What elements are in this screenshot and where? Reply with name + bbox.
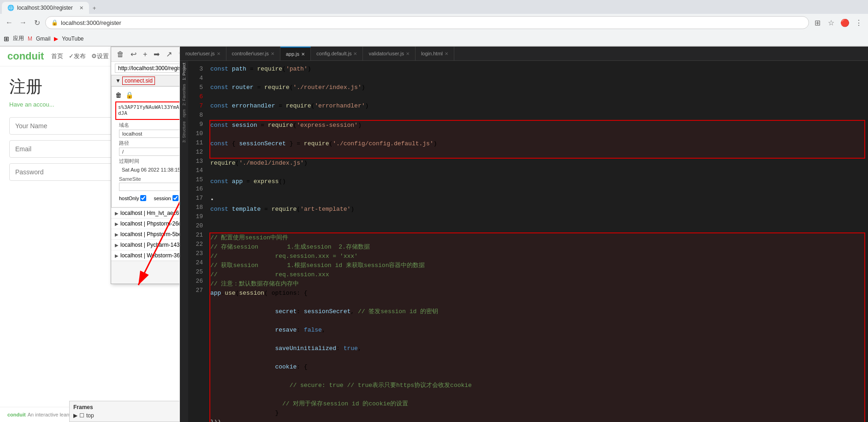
side-label-structure[interactable]: 3: Structure xyxy=(181,119,187,145)
col-name: ▼ connect.sid xyxy=(112,76,180,86)
samesite-input[interactable] xyxy=(119,183,180,191)
back-button[interactable]: ← xyxy=(4,17,15,28)
expires-label: 过期时间 xyxy=(119,158,180,165)
session-checkbox[interactable] xyxy=(172,195,178,201)
new-tab-button[interactable]: + xyxy=(89,3,100,13)
hostonly-checkbox[interactable] xyxy=(140,195,146,201)
tab-router-user[interactable]: router\user.js ✕ xyxy=(180,47,226,60)
code-line-26: })) xyxy=(210,418,864,422)
forward-button[interactable]: → xyxy=(18,17,29,28)
ln-26: 26 xyxy=(196,277,203,286)
bookmark-youtube[interactable]: YouTube xyxy=(62,36,83,42)
star-button[interactable]: ☆ xyxy=(826,17,837,28)
tab-close-icon[interactable]: ✕ xyxy=(79,5,83,11)
bookmark-apps[interactable]: 应用 xyxy=(13,35,24,42)
devtools-trash-btn[interactable]: 🗑 xyxy=(115,49,126,59)
tab-login-html[interactable]: login.html ✕ xyxy=(416,47,454,60)
ln-21: 21 xyxy=(196,231,203,240)
cookie-item-text-1: localhost | Phpstorm-26d417a xyxy=(120,220,180,227)
browser-chrome: 🌐 localhost:3000/register ✕ + ← → ↻ 🔒 lo… xyxy=(0,0,868,47)
highlight-block-main: // 配置使用session中间件 // 存储session 1.生成sessi… xyxy=(209,232,865,422)
website-panel: conduit 首页 ✓发布 ⚙设置 注... 注册 Have an accou… xyxy=(0,47,180,422)
tab-validator-user-close[interactable]: ✕ xyxy=(406,51,410,56)
side-label-npm[interactable]: npm xyxy=(181,107,187,119)
code-line-3: const path = require('path') xyxy=(210,65,864,83)
cookie-value-box: s%3AP71YyNAuWAl33YmAYQgGq01yGXFrhEsA.MUq… xyxy=(115,101,180,120)
code-line-24: // secure: true // true表示只要https协议才会收发co… xyxy=(210,381,864,399)
cookie-value-text: s%3AP71YyNAuWAl33YmAYQgGq01yGXFrhEsA.MUq… xyxy=(118,104,180,116)
code-line-6: const session = require('express-session… xyxy=(210,121,864,139)
code-line-13: // 配置使用session中间件 xyxy=(210,233,864,243)
tab-config-default-close[interactable]: ✕ xyxy=(353,51,357,56)
ln-16: 16 xyxy=(196,184,203,194)
code-line-4: const router = require('./router/index.j… xyxy=(210,83,864,101)
ln-6: 6 xyxy=(196,92,203,101)
nav-home[interactable]: 首页 xyxy=(51,52,63,60)
code-line-12 xyxy=(210,223,864,232)
code-line-18: // 注意：默认数据存储在内存中 xyxy=(210,279,864,289)
code-line-16: // 获取session 1.根据session id 来获取session容器… xyxy=(210,261,864,270)
devtools-refresh-btn[interactable]: ↩ xyxy=(129,49,138,59)
devtools-import-btn[interactable]: ➡ xyxy=(152,49,161,59)
ln-12: 12 xyxy=(196,148,203,157)
devtools-export-btn[interactable]: ↗ xyxy=(164,49,174,59)
editor-outer: 1: Project 2: Favorites npm 3: Structure… xyxy=(180,61,868,422)
devtools-add-btn[interactable]: + xyxy=(141,49,149,59)
cookie-list-item-4[interactable]: ▶ localhost | Webstorm-36779566 xyxy=(111,250,180,261)
frame-arrow: ▶ xyxy=(73,412,77,419)
code-line-20: secret: sessionSecret, // 签发session id 的… xyxy=(210,307,864,326)
highlight-block-top: const session = require('express-session… xyxy=(209,120,865,159)
cookie-item-text-3: localhost | Pycharm-143ee8e3 xyxy=(120,242,180,248)
domain-input[interactable] xyxy=(119,130,180,138)
frames-top-item[interactable]: ▶ ☐ top xyxy=(73,412,180,419)
cookie-list-item-2[interactable]: ▶ localhost | Phpstorm-5bedbba6 xyxy=(111,229,180,239)
ln-4: 4 xyxy=(196,74,203,83)
cookie-list-item-3[interactable]: ▶ localhost | Pycharm-143ee8e3 xyxy=(111,239,180,250)
tab-app-js[interactable]: app.js ✕ xyxy=(280,47,311,60)
side-label-project[interactable]: 1: Project xyxy=(181,61,187,82)
nav-publish[interactable]: ✓发布 xyxy=(69,52,86,60)
devtools-toolbar: 🗑 ↩ + ➡ ↗ 🔍 xyxy=(111,47,180,62)
tab-login-html-close[interactable]: ✕ xyxy=(445,51,448,56)
browser-tab[interactable]: 🌐 localhost:3000/register ✕ xyxy=(2,2,89,14)
expires-value: Sat Aug 06 2022 11:38:15 GMT+0800 (中国标准时… xyxy=(119,166,180,174)
reload-button[interactable]: ↻ xyxy=(31,17,42,28)
ln-10: 10 xyxy=(196,129,203,138)
extensions-button[interactable]: ⊞ xyxy=(812,17,823,28)
address-bar[interactable]: 🔒 localhost:3000/register xyxy=(45,16,809,29)
code-line-10: • xyxy=(210,196,864,205)
tab-validator-user[interactable]: validator\user.js ✕ xyxy=(363,47,415,60)
editor-tab-bar: router\user.js ✕ controller\user.js ✕ ap… xyxy=(180,47,868,61)
ln-15: 15 xyxy=(196,175,203,184)
profile-button[interactable]: 🔴 xyxy=(839,17,850,28)
bookmark-gmail[interactable]: Gmail xyxy=(36,36,50,42)
cookie-list-item-0[interactable]: ▶ localhost | Hm_lvt_aec699bb6442ba076c8… xyxy=(111,208,180,218)
code-line-8: require('./model/index.js') xyxy=(210,159,864,177)
nav-settings[interactable]: ⚙设置 xyxy=(91,52,109,60)
apps-icon[interactable]: ⊞ xyxy=(4,35,9,42)
tab-controller-user[interactable]: controller\user.js ✕ xyxy=(226,47,280,60)
devtools-search-btn[interactable]: 🔍 xyxy=(177,49,180,59)
trash-small-icon[interactable]: 🗑 xyxy=(115,91,122,99)
ln-19: 19 xyxy=(196,212,203,221)
cookie-list-item-1[interactable]: ▶ localhost | Phpstorm-26d417a xyxy=(111,218,180,229)
cookie-checkboxes: hostOnly session 安全 httpOnly xyxy=(115,193,180,203)
code-line-11: const template = require('art-template') xyxy=(210,205,864,223)
cookie-field-expires: 过期时间 Sat Aug 06 2022 11:38:15 GMT+0800 (… xyxy=(119,158,180,174)
arrow-icon-2: ▶ xyxy=(115,232,119,237)
menu-button[interactable]: ⋮ xyxy=(853,17,864,28)
tab-router-user-close[interactable]: ✕ xyxy=(217,51,220,56)
cookie-detail: 🗑 🔒 s%3AP71YyNAuWAl33YmAYQgGq01yGXFrhEsA… xyxy=(111,86,180,208)
tab-config-default[interactable]: config.default.js ✕ xyxy=(311,47,363,60)
tab-controller-user-close[interactable]: ✕ xyxy=(271,51,274,56)
frame-name: top xyxy=(86,412,94,419)
line-numbers: 3 4 5 6 7 8 9 10 11 12 13 14 15 16 17 18 xyxy=(188,61,207,422)
cookie-item-text-0: localhost | Hm_lvt_aec699bb6442ba076c898… xyxy=(120,210,180,216)
lock-small-icon: 🔒 xyxy=(125,91,133,99)
path-input[interactable] xyxy=(119,148,180,156)
tab-app-js-close[interactable]: ✕ xyxy=(301,52,305,57)
devtools-url-input[interactable] xyxy=(115,64,180,73)
ln-8: 8 xyxy=(196,111,203,120)
code-line-25: } // 对用于保存session id 的cookie的设置 xyxy=(210,399,864,418)
side-label-favorites[interactable]: 2: Favorites xyxy=(181,82,187,107)
